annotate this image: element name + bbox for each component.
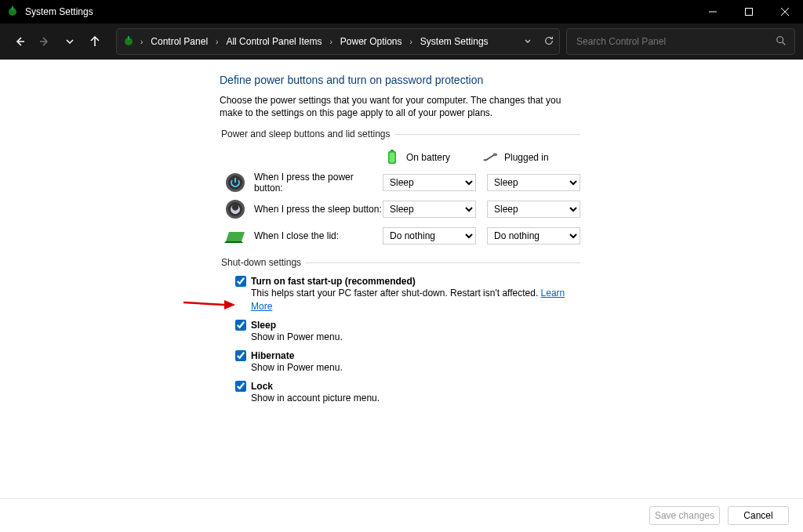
chevron-right-icon: › xyxy=(139,38,144,46)
shutdown-settings-section: Shut-down settings Turn on fast start-up… xyxy=(220,257,580,409)
svg-point-11 xyxy=(777,36,783,42)
fast-startup-checkbox[interactable] xyxy=(235,276,246,287)
chevron-right-icon: › xyxy=(328,38,333,46)
power-button-plugged-select[interactable]: Do nothingSleepHibernateShut down xyxy=(487,174,580,191)
shutdown-item-fast-startup: Turn on fast start-up (recommended) This… xyxy=(220,274,580,318)
lid-plugged-select[interactable]: Do nothingSleepHibernateShut down xyxy=(487,227,580,244)
shutdown-item-desc: Show in Power menu. xyxy=(235,331,580,344)
sleep-checkbox[interactable] xyxy=(235,320,246,331)
search-icon xyxy=(776,35,787,49)
minimize-button[interactable] xyxy=(695,0,731,24)
svg-rect-15 xyxy=(390,153,395,163)
shutdown-item-desc: This helps start your PC faster after sh… xyxy=(251,288,541,299)
svg-rect-13 xyxy=(391,150,394,151)
breadcrumb[interactable]: › Control Panel › All Control Panel Item… xyxy=(116,28,560,55)
search-input[interactable] xyxy=(575,35,776,48)
setting-label: When I close the lid: xyxy=(254,230,383,241)
nav-forward-button[interactable] xyxy=(33,30,56,53)
close-button[interactable] xyxy=(767,0,803,24)
chevron-right-icon: › xyxy=(214,38,220,46)
setting-row-lid: When I close the lid: Do nothingSleepHib… xyxy=(220,223,580,249)
setting-label: When I press the sleep button: xyxy=(254,204,383,215)
breadcrumb-item[interactable]: All Control Panel Items xyxy=(223,36,325,47)
cancel-button[interactable]: Cancel xyxy=(728,506,789,525)
save-button[interactable]: Save changes xyxy=(649,506,720,525)
sleep-button-icon xyxy=(224,198,246,220)
breadcrumb-item[interactable]: Power Options xyxy=(337,36,405,47)
battery-icon xyxy=(384,150,400,165)
column-header-battery: On battery xyxy=(406,152,450,163)
breadcrumb-item[interactable]: Control Panel xyxy=(147,36,211,47)
search-box[interactable] xyxy=(566,28,795,55)
power-button-battery-select[interactable]: Do nothingSleepHibernateShut down xyxy=(383,174,476,191)
svg-rect-10 xyxy=(128,36,129,40)
setting-label: When I press the power button: xyxy=(254,172,383,194)
page-intro: Choose the power settings that you want … xyxy=(220,94,580,119)
section-legend: Power and sleep buttons and lid settings xyxy=(220,128,394,139)
svg-point-20 xyxy=(228,202,242,216)
lock-checkbox[interactable] xyxy=(235,381,246,392)
sleep-button-battery-select[interactable]: Do nothingSleepHibernateShut down xyxy=(383,201,476,218)
shutdown-item-desc: Show in Power menu. xyxy=(235,361,580,375)
section-legend: Shut-down settings xyxy=(220,257,306,268)
shutdown-item-title: Lock xyxy=(251,381,273,392)
maximize-button[interactable] xyxy=(731,0,767,24)
svg-rect-16 xyxy=(493,154,497,157)
shutdown-item-lock: Lock Show in account picture menu. xyxy=(220,379,580,410)
lid-icon xyxy=(224,225,246,247)
nav-back-button[interactable] xyxy=(8,30,31,53)
shutdown-item-title: Sleep xyxy=(251,320,276,331)
column-header-plugged: Plugged in xyxy=(504,152,549,163)
shutdown-item-desc: Show in account picture menu. xyxy=(235,392,580,405)
svg-line-12 xyxy=(783,42,786,45)
nav-recent-button[interactable] xyxy=(58,30,82,53)
power-button-icon xyxy=(224,172,246,194)
plug-icon xyxy=(482,150,498,165)
refresh-button[interactable] xyxy=(543,35,554,49)
nav-up-button[interactable] xyxy=(83,30,107,53)
hibernate-checkbox[interactable] xyxy=(235,350,246,361)
setting-row-power-button: When I press the power button: Do nothin… xyxy=(220,169,580,196)
shutdown-item-sleep: Sleep Show in Power menu. xyxy=(220,318,580,349)
shutdown-item-hibernate: Hibernate Show in Power menu. xyxy=(220,349,580,379)
setting-row-sleep-button: When I press the sleep button: Do nothin… xyxy=(220,196,580,223)
shutdown-item-title: Turn on fast start-up (recommended) xyxy=(251,276,416,287)
shutdown-item-title: Hibernate xyxy=(251,350,294,361)
lid-battery-select[interactable]: Do nothingSleepHibernateShut down xyxy=(383,227,476,244)
chevron-right-icon: › xyxy=(409,38,414,46)
svg-rect-3 xyxy=(746,9,753,16)
window-title: System Settings xyxy=(25,6,93,17)
power-buttons-section: Power and sleep buttons and lid settings… xyxy=(220,128,580,249)
page-title: Define power buttons and turn on passwor… xyxy=(220,74,580,86)
app-icon xyxy=(6,5,19,18)
control-panel-icon xyxy=(122,34,136,49)
sleep-button-plugged-select[interactable]: Do nothingSleepHibernateShut down xyxy=(487,201,580,218)
svg-rect-1 xyxy=(12,6,13,10)
breadcrumb-item[interactable]: System Settings xyxy=(417,36,492,47)
chevron-down-icon[interactable] xyxy=(523,36,532,48)
